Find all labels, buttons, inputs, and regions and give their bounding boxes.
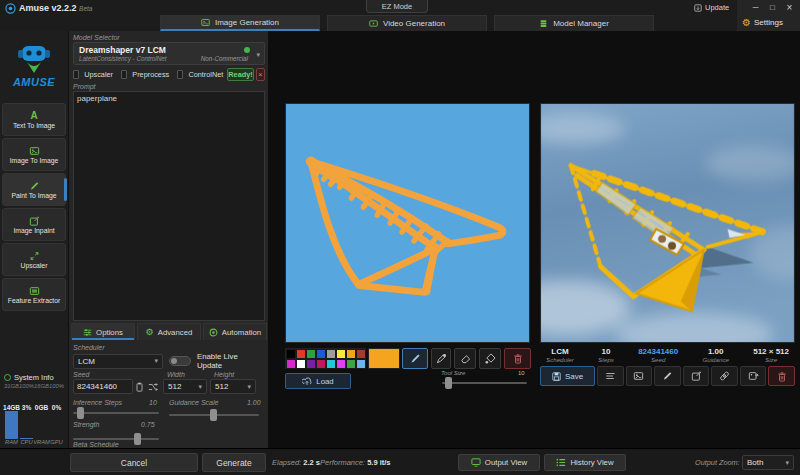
load-image-button[interactable]: Load [285,373,351,389]
image-icon [633,371,644,381]
palette-swatch[interactable] [306,349,316,359]
generate-button[interactable]: Generate [202,453,266,472]
copy-prompt-button[interactable] [597,366,624,386]
palette-swatch[interactable] [296,359,306,369]
strength-label: Strength [73,421,99,428]
palette-swatch[interactable] [326,359,336,369]
sidebar-item-paint-to-image[interactable]: Paint To Image [2,173,66,206]
output-actions: Save [540,366,795,386]
sidebar-item-feature-extractor[interactable]: Feature Extractor [2,278,66,311]
height-dropdown[interactable]: 512▾ [210,379,256,394]
video-icon [369,19,378,28]
upscaler-checkbox[interactable] [73,70,79,79]
preprocess-checkbox[interactable] [121,70,127,79]
guidance-scale-slider[interactable] [169,414,259,416]
width-dropdown[interactable]: 512▾ [163,379,207,394]
palette-swatch[interactable] [346,349,356,359]
export-image-button[interactable] [740,366,767,386]
sidebar-item-image-to-image[interactable]: Image To Image [2,138,66,171]
beta-schedule-label: Beta Schedule [73,441,119,448]
current-color-swatch[interactable] [368,348,400,369]
palette-swatch[interactable] [286,359,296,369]
history-view-button[interactable]: History View [544,454,626,471]
chevron-down-icon: ▾ [785,459,789,467]
send-to-inpaint-button[interactable] [683,366,710,386]
slider-handle[interactable] [210,409,217,421]
seed-input[interactable] [73,379,133,394]
copy-settings-button[interactable] [711,366,738,386]
tab-options[interactable]: Options [71,323,135,340]
letter-a-icon: A [30,111,37,121]
sidebar-item-image-inpaint[interactable]: Image Inpaint [2,208,66,241]
brush-icon [29,181,40,191]
output-guidance: 1.00Guidance [702,347,729,364]
output-zoom-dropdown[interactable]: Both ▾ [742,455,794,470]
sidebar-item-text-to-image[interactable]: A Text To Image [2,103,66,136]
model-selector-dropdown[interactable]: Dreamshaper v7 LCM LatentConsistency - C… [73,42,265,65]
tab-video-generation[interactable]: Video Generation [327,15,487,31]
close-button[interactable]: × [781,1,798,14]
eraser-tool-button[interactable] [454,348,476,369]
scheduler-dropdown[interactable]: LCM ▾ [73,354,163,369]
clear-canvas-button[interactable] [504,348,531,369]
logo-text: AMUSE [13,76,55,88]
update-button[interactable]: Update [694,2,729,13]
prompt-input[interactable]: paperplane [73,91,265,321]
palette-swatch[interactable] [286,349,296,359]
tab-automation[interactable]: Automation [203,323,267,340]
palette-swatch[interactable] [336,359,346,369]
palette-swatch[interactable] [316,359,326,369]
palette-swatch[interactable] [356,349,366,359]
monitor-icon [471,458,481,467]
brush-icon [410,353,421,364]
maximize-button[interactable]: □ [764,1,781,14]
randomize-seed-icon[interactable] [146,380,159,393]
live-update-toggle[interactable] [169,356,191,366]
expand-arrows-icon [29,251,40,261]
image-icon [29,146,40,156]
width-label: Width [167,371,185,378]
output-info-bar: LCMScheduler 10Steps 824341460Seed 1.00G… [540,347,795,364]
save-button[interactable]: Save [540,366,595,386]
eyedropper-icon [436,353,447,364]
unload-model-button[interactable]: × [256,68,265,81]
sliders-icon [83,328,92,337]
tab-image-generation[interactable]: Image Generation [160,15,320,31]
settings-button[interactable]: ⚙ Settings [742,16,783,29]
palette-swatch[interactable] [316,349,326,359]
ram-meter: 31GB 14GB RAM [4,383,19,445]
palette-swatch[interactable] [296,349,306,359]
brush-tool-button[interactable] [402,348,428,369]
strength-slider[interactable] [73,438,159,440]
ready-button[interactable]: Ready! [227,68,253,81]
slider-handle[interactable] [445,377,452,389]
tab-advanced[interactable]: ⚙ Advanced [137,323,201,340]
inference-steps-slider[interactable] [73,412,159,414]
guidance-scale-label: Guidance Scale [169,399,218,406]
output-zoom-label: Output Zoom: [695,458,740,467]
send-to-paint-button[interactable] [654,366,681,386]
palette-swatch[interactable] [326,349,336,359]
ez-mode-button[interactable]: EZ Mode [366,0,428,13]
tab-model-manager[interactable]: Model Manager [494,15,654,31]
output-seed[interactable]: 824341460Seed [638,347,678,364]
tool-size-slider[interactable] [442,382,527,384]
minimize-button[interactable]: ─ [747,1,764,14]
cancel-button[interactable]: Cancel [70,453,198,472]
palette-swatch[interactable] [336,349,346,359]
sidebar-item-upscaler[interactable]: Upscaler [2,243,66,276]
palette-swatch[interactable] [346,359,356,369]
paint-canvas[interactable] [285,103,530,343]
delete-output-button[interactable] [768,366,795,386]
palette-swatch[interactable] [306,359,316,369]
send-to-image-button[interactable] [626,366,653,386]
palette-swatch[interactable] [356,359,366,369]
output-view-button[interactable]: Output View [458,454,540,471]
eyedropper-tool-button[interactable] [431,348,451,369]
fill-tool-button[interactable] [479,348,501,369]
slider-handle[interactable] [134,433,141,445]
slider-handle[interactable] [77,407,84,419]
title-bar: Amuse v2.2.2 Beta EZ Mode Update ─ □ × ⚙… [0,0,800,31]
paste-seed-icon[interactable] [133,380,146,393]
controlnet-checkbox[interactable] [177,70,183,79]
